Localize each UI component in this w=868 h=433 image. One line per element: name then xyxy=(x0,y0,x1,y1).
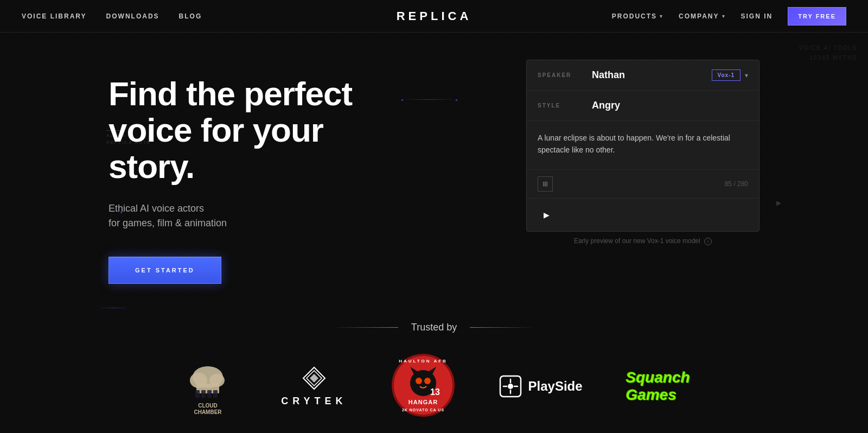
svg-text:CLOUD: CLOUD xyxy=(198,403,218,409)
hero-section: Find the perfect voice for your story. E… xyxy=(0,33,868,433)
logo-hangar13: HAULTON AFB 2K NOVATO CA US HANGAR 13 xyxy=(391,353,456,420)
trusted-header: Trusted by xyxy=(333,322,535,333)
speaker-label: SPEAKER xyxy=(538,72,592,78)
speaker-value: Nathan xyxy=(592,69,712,81)
hero-subtitle: Ethical AI voice actors for games, film … xyxy=(108,201,483,231)
hero-main: Find the perfect voice for your story. E… xyxy=(0,33,868,305)
logo-text: REPLICA xyxy=(397,9,472,23)
playside-icon-svg xyxy=(499,375,522,398)
playside-text: PlaySide xyxy=(528,379,583,394)
demo-text-area[interactable]: A lunar eclipse is about to happen. We'r… xyxy=(527,121,759,170)
trusted-logos: CLOUD CHAMBER CRYTEK xyxy=(135,353,733,420)
nav-left: VOICE LIBRARY DOWNLOADS BLOG xyxy=(22,12,202,20)
vox-badge[interactable]: Vox-1 xyxy=(712,69,741,81)
nav-products[interactable]: PRODUCTS ▾ xyxy=(612,12,663,20)
cloud-chamber-svg: CLOUD CHAMBER xyxy=(178,356,238,416)
nav-blog[interactable]: BLOG xyxy=(179,12,202,20)
svg-text:HAULTON AFB: HAULTON AFB xyxy=(399,359,448,364)
early-preview-text: Early preview of our new Vox-1 voice mod… xyxy=(526,232,760,253)
char-count: 85 / 280 xyxy=(725,180,748,188)
demo-controls: ⊞ 85 / 280 xyxy=(527,170,759,199)
svg-point-17 xyxy=(424,378,431,384)
crytek-text: CRYTEK xyxy=(281,396,347,407)
chevron-down-icon: ▾ xyxy=(722,14,726,19)
copy-icon[interactable]: ⊞ xyxy=(538,176,553,192)
trusted-section: Trusted by xyxy=(0,305,868,433)
speaker-dropdown-arrow-icon[interactable]: ▾ xyxy=(745,72,748,79)
play-button[interactable]: ▶ xyxy=(538,206,555,224)
demo-panel-container: SPEAKER Nathan Vox-1 ▾ STYLE Angry A lun… xyxy=(526,60,760,253)
info-icon[interactable]: i xyxy=(704,238,712,245)
hero-title: Find the perfect voice for your story. xyxy=(108,76,483,185)
nav-right: PRODUCTS ▾ COMPANY ▾ SIGN IN TRY FREE xyxy=(612,7,846,26)
svg-text:13: 13 xyxy=(430,387,440,397)
chevron-down-icon: ▾ xyxy=(660,14,663,19)
get-started-button[interactable]: GET STARTED xyxy=(108,257,221,284)
svg-text:HANGAR: HANGAR xyxy=(408,399,437,405)
style-value: Angry xyxy=(592,100,748,111)
nav-products-label: PRODUCTS xyxy=(612,12,657,20)
svg-rect-7 xyxy=(213,390,218,398)
hangar13-svg: HAULTON AFB 2K NOVATO CA US HANGAR 13 xyxy=(391,353,456,418)
speaker-row: SPEAKER Nathan Vox-1 ▾ xyxy=(527,60,759,91)
demo-panel: SPEAKER Nathan Vox-1 ▾ STYLE Angry A lun… xyxy=(526,60,760,232)
style-label: STYLE xyxy=(538,103,592,109)
svg-rect-5 xyxy=(201,390,206,398)
trusted-title: Trusted by xyxy=(411,322,457,333)
svg-text:CHAMBER: CHAMBER xyxy=(194,409,222,415)
demo-text-content: A lunar eclipse is about to happen. We'r… xyxy=(538,132,748,156)
trusted-line-left xyxy=(333,327,398,328)
site-logo[interactable]: REPLICA xyxy=(397,9,472,23)
svg-rect-6 xyxy=(207,390,212,398)
svg-marker-12 xyxy=(310,374,318,383)
trusted-line-right xyxy=(470,327,535,328)
play-row: ▶ xyxy=(527,199,759,231)
nav-voice-library[interactable]: VOICE LIBRARY xyxy=(22,12,87,20)
logo-cloud-chamber: CLOUD CHAMBER xyxy=(178,356,238,416)
svg-rect-4 xyxy=(195,390,200,398)
try-free-button[interactable]: TRY FREE xyxy=(788,7,846,26)
nav-downloads[interactable]: DOWNLOADS xyxy=(106,12,159,20)
hero-left: Find the perfect voice for your story. E… xyxy=(108,65,483,284)
crytek-diamond-svg xyxy=(302,366,326,390)
logo-playside: PlaySide xyxy=(499,375,583,398)
squanch-text: SquanchGames xyxy=(626,369,690,403)
signin-link[interactable]: SIGN IN xyxy=(741,12,773,20)
nav-company[interactable]: COMPANY ▾ xyxy=(679,12,725,20)
svg-point-16 xyxy=(416,378,422,384)
logo-crytek: CRYTEK xyxy=(281,366,347,407)
logo-squanch: SquanchGames xyxy=(626,369,690,404)
nav-company-label: COMPANY xyxy=(679,12,719,20)
svg-point-23 xyxy=(508,384,513,389)
navbar: VOICE LIBRARY DOWNLOADS BLOG REPLICA PRO… xyxy=(0,0,868,33)
style-row: STYLE Angry xyxy=(527,91,759,121)
svg-text:2K  NOVATO CA US: 2K NOVATO CA US xyxy=(401,408,444,412)
